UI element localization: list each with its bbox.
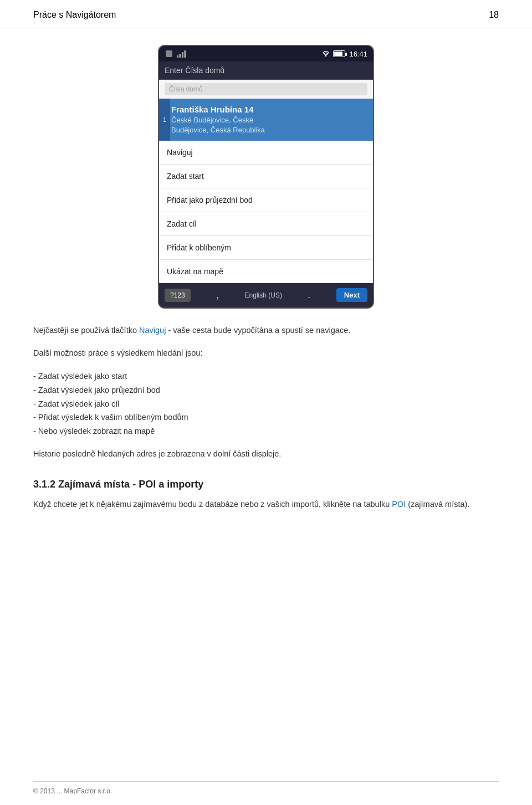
- phone-icon: [165, 49, 173, 58]
- keyboard-comma[interactable]: ,: [216, 289, 219, 301]
- footer-left: © 2013 ... MapFactor s.r.o.: [33, 787, 112, 795]
- phone-screenshot: 16:41 Enter Čísla domů Čísla domů 1 Fran…: [158, 45, 374, 309]
- list-item-2: - Zadat výsledek jako průjezdní bod: [33, 383, 499, 397]
- page-footer: © 2013 ... MapFactor s.r.o.: [33, 781, 499, 795]
- poi-link[interactable]: POI: [392, 500, 406, 509]
- result-address-main: Františka Hrubína 14: [171, 104, 365, 115]
- menu-item-prujecny[interactable]: Přidat jako průjezdní bod: [159, 188, 373, 212]
- status-bar: 16:41: [159, 46, 373, 61]
- section-number: 3.1.2: [33, 479, 55, 490]
- list-item-1: - Zadat výsledek jako start: [33, 370, 499, 383]
- menu-item-zadat-start[interactable]: Zadat start: [159, 165, 373, 188]
- status-bar-left: [165, 49, 188, 58]
- menu-item-zadat-cil[interactable]: Zadat cíl: [159, 212, 373, 236]
- paragraph-1: Nejčastěji se používá tlačítko Naviguj -…: [33, 324, 499, 337]
- status-time: 16:41: [349, 50, 367, 58]
- paragraph-3: Historie posledně hledaných adres je zob…: [33, 448, 499, 460]
- keyboard-bar: ?123 , English (US) . Next: [159, 283, 373, 307]
- keyboard-language[interactable]: English (US): [245, 291, 282, 299]
- p4-after-link: (zajímavá místa).: [406, 500, 469, 509]
- paragraph-4: Když chcete jet k nějakému zajímavému bo…: [33, 498, 499, 511]
- section-title: Zajímavá místa - POI a importy: [58, 479, 203, 490]
- keyboard-next-button[interactable]: Next: [336, 288, 367, 302]
- list-item-3: - Zadat výsledek jako cíl: [33, 397, 499, 411]
- number-field-label: Čísla domů: [169, 85, 203, 93]
- svg-rect-2: [180, 54, 181, 58]
- status-bar-right: 16:41: [321, 50, 367, 58]
- number-entry-field[interactable]: Čísla domů: [165, 83, 367, 95]
- list-item-4: - Přidat výsledek k vašim oblíbeným bodů…: [33, 411, 499, 424]
- result-address-sub: České Budějovice, ČeskéBudějovice, Česká…: [171, 115, 365, 135]
- p1-before-link: Nejčastěji se používá tlačítko: [33, 326, 139, 335]
- menu-item-mapa[interactable]: Ukázat na mapě: [159, 260, 373, 283]
- header-page-number: 18: [489, 10, 499, 20]
- app-topbar: Enter Čísla domů: [159, 61, 373, 80]
- svg-rect-3: [182, 52, 183, 58]
- svg-point-5: [325, 55, 326, 57]
- naviguj-link[interactable]: Naviguj: [139, 326, 166, 335]
- battery-icon: [333, 50, 345, 57]
- topbar-title: Enter Čísla domů: [165, 66, 224, 75]
- p4-before-link: Když chcete jet k nějakému zajímavému bo…: [33, 500, 392, 509]
- paragraph-2-list: - Zadat výsledek jako start - Zadat výsl…: [33, 370, 499, 438]
- paragraph-2-intro: Další možnosti práce s výsledkem hledání…: [33, 347, 499, 360]
- menu-item-oblibene[interactable]: Přidat k oblíbeným: [159, 236, 373, 260]
- list-item-5: - Nebo výsledek zobrazit na mapě: [33, 424, 499, 438]
- page-header: Práce s Navigátorem 18: [0, 0, 532, 28]
- number-entry-row: Čísla domů: [159, 80, 373, 99]
- header-title: Práce s Navigátorem: [33, 10, 116, 20]
- result-number: 1: [159, 99, 170, 141]
- signal-icon: [177, 50, 188, 58]
- svg-rect-0: [166, 50, 172, 57]
- phone-screenshot-wrapper: 16:41 Enter Čísla domů Čísla domů 1 Fran…: [33, 45, 499, 309]
- section-heading: 3.1.2 Zajímavá místa - POI a importy: [33, 479, 499, 490]
- keyboard-dot[interactable]: .: [308, 289, 310, 301]
- menu-item-naviguj[interactable]: Naviguj: [159, 141, 373, 165]
- svg-rect-1: [177, 55, 178, 58]
- keyboard-symbols-button[interactable]: ?123: [165, 289, 191, 302]
- result-highlighted[interactable]: 1 Františka Hrubína 14 České Budějovice,…: [159, 99, 373, 141]
- svg-rect-4: [185, 50, 186, 58]
- p1-after-link: - vaše cesta bude vypočítána a spustí se…: [166, 326, 350, 335]
- menu-list: Naviguj Zadat start Přidat jako průjezdn…: [159, 141, 373, 283]
- main-content: 16:41 Enter Čísla domů Čísla domů 1 Fran…: [0, 28, 532, 537]
- wifi-icon: [321, 50, 330, 57]
